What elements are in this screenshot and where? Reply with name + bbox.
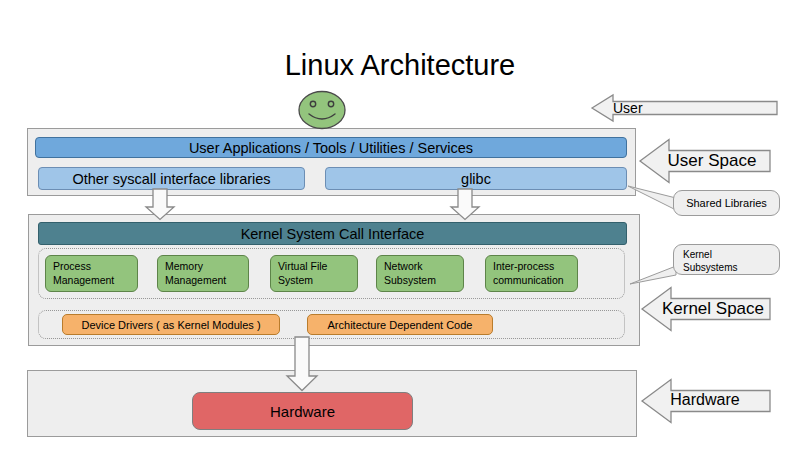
kernel-subsystems-callout: Kernel Subsystems: [673, 244, 780, 275]
architecture-dependent-code-box: Architecture Dependent Code: [307, 314, 493, 335]
kernel-syscall-interface-bar: Kernel System Call Interface: [38, 222, 627, 245]
user-applications-bar: User Applications / Tools / Utilities / …: [35, 137, 627, 158]
shared-libraries-callout: Shared Libraries: [673, 190, 780, 216]
other-syscall-libraries-box: Other syscall interface libraries: [38, 167, 305, 190]
glibc-box: glibc: [325, 167, 627, 190]
smiley-face-icon: [299, 92, 345, 129]
subsystem-box-network-subsystem: Network Subsystem: [376, 255, 464, 292]
subsystem-box-interprocess-communication: Inter-process communication: [485, 255, 578, 292]
kernel-space-arrow-label: Kernel Space: [660, 299, 766, 319]
device-drivers-box: Device Drivers ( as Kernel Modules ): [62, 314, 280, 335]
hardware-arrow-label: Hardware: [660, 391, 750, 409]
linux-architecture-diagram: Linux Architecture User Applications / T…: [0, 0, 800, 452]
subsystem-box-memory-management: Memory Management: [157, 255, 249, 292]
user-space-arrow-label: User Space: [660, 151, 764, 171]
subsystem-box-process-management: Process Management: [45, 255, 138, 292]
subsystem-box-virtual-file-system: Virtual File System: [270, 255, 358, 292]
user-arrow-label: User: [613, 100, 643, 116]
hardware-box: Hardware: [192, 392, 413, 430]
page-title: Linux Architecture: [0, 50, 800, 81]
